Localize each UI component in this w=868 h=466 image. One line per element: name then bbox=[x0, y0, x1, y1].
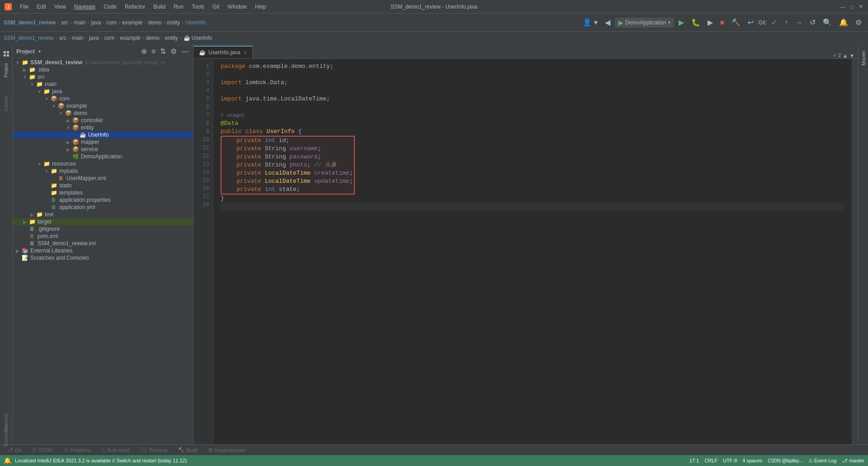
git-branch-button[interactable]: → bbox=[793, 17, 805, 29]
tree-usermapper-xml[interactable]: 🗎 UserMapper.xml bbox=[13, 175, 193, 182]
tree-java[interactable]: ▼ 📁 java bbox=[13, 88, 193, 95]
file-breadcrumb-src[interactable]: src bbox=[59, 35, 66, 41]
line-separator[interactable]: CRLF bbox=[704, 458, 717, 463]
indent-settings[interactable]: 4 spaces bbox=[742, 458, 762, 463]
tab-userinfo[interactable]: ☕ UserInfo.java ✕ bbox=[193, 46, 253, 58]
tree-iml[interactable]: 🗎 SSM_demo1_review.iml bbox=[13, 240, 193, 247]
tree-target[interactable]: ▶ 📁 target bbox=[13, 218, 193, 225]
activity-commit-label[interactable]: Commit bbox=[2, 98, 10, 109]
file-encoding[interactable]: UTF-8 bbox=[723, 458, 737, 463]
settings-button[interactable]: ⚙ bbox=[853, 16, 864, 29]
breadcrumb-java[interactable]: java bbox=[91, 19, 101, 26]
breadcrumb-example[interactable]: example bbox=[122, 19, 142, 26]
debug-button[interactable]: 🐛 bbox=[689, 16, 703, 29]
file-breadcrumb-example[interactable]: example bbox=[120, 35, 140, 41]
file-breadcrumb-entity[interactable]: entity bbox=[165, 35, 178, 41]
run-config-selector[interactable]: ▶ DemoApplication ▾ bbox=[615, 18, 674, 28]
tree-mybatis[interactable]: ▼ 📁 mybatis bbox=[13, 167, 193, 175]
breadcrumb-main[interactable]: main bbox=[74, 19, 85, 26]
editor-scrollbar[interactable] bbox=[852, 59, 858, 444]
breadcrumb-src[interactable]: src bbox=[61, 19, 68, 26]
menu-window[interactable]: Window bbox=[224, 3, 250, 11]
file-tree-content[interactable]: ▼ 📁 SSM_demo1_review D:\Java\code\test_j… bbox=[13, 59, 193, 444]
bottom-tab-auto-build[interactable]: △ Auto-build bbox=[98, 446, 133, 454]
bottom-tab-todo[interactable]: ☑ TODO bbox=[28, 446, 57, 454]
build-button[interactable]: 🔨 bbox=[729, 16, 743, 29]
tree-resources[interactable]: ▼ 📁 resources bbox=[13, 160, 193, 167]
undo-button[interactable]: ↩ bbox=[745, 16, 756, 29]
file-breadcrumb-project[interactable]: SSM_demo1_review bbox=[4, 35, 54, 41]
menu-navigate[interactable]: Navigate bbox=[71, 3, 99, 11]
tree-type-selector[interactable]: ▾ bbox=[38, 49, 41, 54]
file-breadcrumb-userinfo[interactable]: ☕ UserInfo bbox=[184, 35, 212, 41]
bottom-tab-git[interactable]: ⎇ Git bbox=[4, 446, 25, 454]
back-button[interactable]: ◀ bbox=[602, 16, 613, 29]
tree-test[interactable]: ▶ 📁 test bbox=[13, 211, 193, 218]
git-push-button[interactable]: ↑ bbox=[782, 17, 791, 29]
tree-root[interactable]: ▼ 📁 SSM_demo1_review D:\Java\code\test_j… bbox=[13, 59, 193, 66]
menu-git[interactable]: Git bbox=[209, 3, 223, 11]
profile-button[interactable]: 👤 ▾ bbox=[580, 16, 600, 29]
activity-project-label[interactable]: Project bbox=[4, 62, 9, 79]
tab-down-btn[interactable]: ▼ bbox=[849, 53, 854, 58]
event-log[interactable]: ⚠ Event Log bbox=[808, 458, 837, 464]
search-everywhere-button[interactable]: 🔍 bbox=[820, 16, 835, 29]
git-history-button[interactable]: ↺ bbox=[807, 16, 818, 29]
tree-locate-button[interactable]: ⊕ bbox=[140, 46, 148, 57]
close-button[interactable]: ✕ bbox=[857, 3, 864, 10]
bottom-tab-problems[interactable]: ⚠ Problems bbox=[60, 446, 94, 454]
menu-file[interactable]: File bbox=[16, 3, 32, 11]
minimize-button[interactable]: — bbox=[839, 3, 846, 10]
activity-project-icon[interactable] bbox=[1, 48, 12, 59]
tree-userinfo[interactable]: ☕ UserInfo bbox=[13, 131, 193, 138]
file-breadcrumb-main[interactable]: main bbox=[72, 35, 84, 41]
code-content[interactable]: package com.example.demo.entity; import … bbox=[213, 59, 852, 444]
breadcrumb-project[interactable]: SSM_demo1_review bbox=[4, 19, 56, 26]
tree-app-properties[interactable]: 🗎 application.properties bbox=[13, 196, 193, 204]
notifications-button[interactable]: 🔔 bbox=[836, 16, 851, 29]
tree-controller[interactable]: ▶ 📦 controller bbox=[13, 117, 193, 124]
tree-ext-libs[interactable]: ▶ 📚 External Libraries bbox=[13, 247, 193, 254]
menu-code[interactable]: Code bbox=[100, 3, 120, 11]
menu-edit[interactable]: Edit bbox=[33, 3, 50, 11]
tree-main[interactable]: ▼ 📁 main bbox=[13, 81, 193, 88]
tree-templates[interactable]: 📁 templates bbox=[13, 189, 193, 196]
breadcrumb-com[interactable]: com bbox=[106, 19, 117, 26]
breadcrumb-userinfo[interactable]: UserInfo bbox=[185, 19, 206, 26]
bottom-tab-terminal[interactable]: ⬛ Terminal bbox=[137, 446, 171, 454]
breadcrumb-demo[interactable]: demo bbox=[148, 19, 161, 26]
tree-collapse-all-button[interactable]: ≡ bbox=[151, 46, 156, 57]
maximize-button[interactable]: □ bbox=[848, 3, 855, 10]
tree-idea[interactable]: ▶ 📁 .idea bbox=[13, 66, 193, 73]
tree-demo[interactable]: ▼ 📦 demo bbox=[13, 109, 193, 117]
bottom-tab-dependencies[interactable]: ⊞ Dependencies bbox=[205, 446, 250, 454]
stop-button[interactable]: ■ bbox=[717, 17, 727, 29]
menu-help[interactable]: Help bbox=[251, 3, 270, 11]
tree-gitignore[interactable]: 🗎 .gitignore bbox=[13, 225, 193, 233]
file-breadcrumb-java[interactable]: java bbox=[89, 35, 99, 41]
git-check-button[interactable]: ✓ bbox=[769, 16, 780, 29]
tree-scratches[interactable]: 📝 Scratches and Consoles bbox=[13, 254, 193, 262]
bottom-tab-build[interactable]: 🔨 Build bbox=[175, 446, 201, 454]
tree-static[interactable]: 📁 static bbox=[13, 182, 193, 189]
menu-refactor[interactable]: Refactor bbox=[121, 3, 149, 11]
tree-pom-xml[interactable]: 🗎 pom.xml bbox=[13, 233, 193, 240]
menu-run[interactable]: Run bbox=[170, 3, 187, 11]
cursor-position[interactable]: 17:1 bbox=[689, 458, 699, 463]
tree-example[interactable]: ▼ 📦 example bbox=[13, 102, 193, 109]
file-breadcrumb-com[interactable]: com bbox=[104, 35, 115, 41]
git-branch-status[interactable]: ⎇ master bbox=[842, 458, 864, 464]
tree-entity[interactable]: ▼ 📦 entity bbox=[13, 124, 193, 131]
notification-text[interactable]: Localized IntelliJ IDEA 2021.3.2 is avai… bbox=[15, 458, 187, 463]
tab-up-btn[interactable]: ▲ bbox=[843, 53, 848, 58]
tab-close-button[interactable]: ✕ bbox=[243, 50, 247, 55]
menu-view[interactable]: View bbox=[51, 3, 70, 11]
run-config-dropdown-icon[interactable]: ▾ bbox=[668, 20, 670, 25]
activity-bookmarks-label[interactable]: Bookmarks bbox=[2, 430, 10, 441]
tree-settings-button[interactable]: ⚙ bbox=[170, 46, 178, 57]
tree-mapper[interactable]: ▶ 📦 mapper bbox=[13, 138, 193, 146]
tree-app-yml[interactable]: 🗎 application.yml bbox=[13, 204, 193, 211]
tree-com[interactable]: ▼ 📦 com bbox=[13, 95, 193, 102]
file-breadcrumb-demo[interactable]: demo bbox=[146, 35, 160, 41]
breadcrumb-entity[interactable]: entity bbox=[167, 19, 180, 26]
